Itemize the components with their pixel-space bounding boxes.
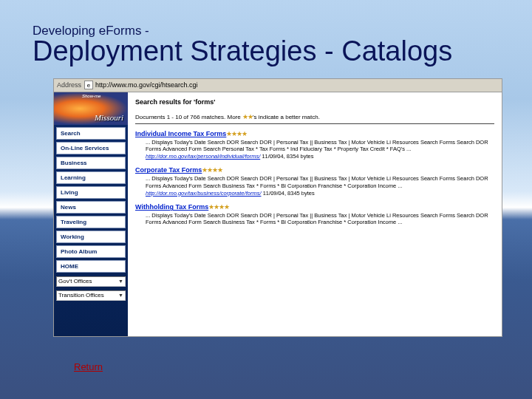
- state-logo: Show-me Missouri: [54, 92, 128, 125]
- search-results-header: Search results for 'forms': [135, 98, 494, 106]
- star-icon: ★★★★: [226, 130, 247, 137]
- nav-learning[interactable]: Learning: [56, 171, 126, 184]
- result-url-link[interactable]: http://dor.mo.gov/tax/personal/individua…: [135, 153, 260, 160]
- logo-caption: Show-me: [82, 94, 100, 98]
- result-meta: 11/09/04, 8345 bytes: [263, 190, 315, 197]
- result-description: ... Displays Today's Date Search DOR Sea…: [135, 139, 494, 154]
- result-title-link[interactable]: Withholding Tax Forms: [135, 203, 208, 211]
- divider: [135, 123, 494, 124]
- nav-photo-album[interactable]: Photo Album: [56, 245, 126, 258]
- address-label: Address: [57, 81, 81, 89]
- title-main: Deployment Strategies - Catalogs: [33, 37, 532, 66]
- slide-title-block: Developing eForms - Deployment Strategie…: [0, 0, 532, 74]
- count-suffix: 's indicate a better match.: [253, 114, 320, 120]
- result-1: Individual Income Tax Forms★★★★ ... Disp…: [135, 130, 494, 161]
- select-govt-offices[interactable]: Gov't Offices ▼: [56, 276, 126, 287]
- result-url-link[interactable]: http://dor.mo.gov/tax/business/corporate…: [135, 190, 261, 197]
- result-description: ... Displays Today's Date Search DOR Sea…: [135, 212, 494, 227]
- result-title-link[interactable]: Individual Income Tax Forms: [135, 130, 226, 137]
- chevron-down-icon: ▼: [118, 279, 123, 284]
- select-transition-offices[interactable]: Transition Offices ▼: [56, 290, 126, 301]
- result-3: Withholding Tax Forms★★★★ ... Displays T…: [135, 203, 494, 226]
- page-icon: e: [84, 81, 93, 89]
- select-label: Transition Offices: [58, 292, 104, 299]
- address-bar: Address e http://www.mo.gov/cgi/htsearch…: [54, 79, 502, 92]
- star-icon: ★★★★: [202, 166, 222, 174]
- logo-name: Missouri: [95, 113, 123, 122]
- nav-online-services[interactable]: On-Line Services: [56, 142, 126, 154]
- nav-working[interactable]: Working: [56, 231, 126, 243]
- nav-traveling[interactable]: Traveling: [56, 216, 126, 228]
- search-results-content: Search results for 'forms' Documents 1 -…: [128, 92, 502, 336]
- star-icon: ★★: [242, 113, 253, 120]
- sidebar: Show-me Missouri Search On-Line Services…: [54, 92, 128, 336]
- address-url: http://www.mo.gov/cgi/htsearch.cgi: [95, 81, 198, 89]
- nav-news[interactable]: News: [56, 201, 126, 214]
- browser-screenshot: Address e http://www.mo.gov/cgi/htsearch…: [53, 78, 502, 337]
- nav-living[interactable]: Living: [56, 186, 126, 199]
- result-2: Corporate Tax Forms★★★★ ... Displays Tod…: [135, 166, 494, 197]
- select-label: Gov't Offices: [58, 278, 92, 284]
- nav-home[interactable]: HOME: [56, 260, 126, 273]
- return-link[interactable]: Return: [74, 361, 103, 372]
- result-description: ... Displays Today's Date Search DOR Sea…: [135, 175, 494, 190]
- result-count: Documents 1 - 10 of 766 matches. More ★★…: [135, 113, 494, 120]
- chevron-down-icon: ▼: [118, 293, 123, 298]
- star-icon: ★★★★: [208, 203, 229, 211]
- result-meta: 11/09/04, 8354 bytes: [262, 153, 313, 160]
- result-title-link[interactable]: Corporate Tax Forms: [135, 166, 202, 174]
- browser-body: Show-me Missouri Search On-Line Services…: [54, 92, 502, 336]
- count-prefix: Documents 1 - 10 of 766 matches. More: [135, 114, 242, 120]
- nav-business[interactable]: Business: [56, 157, 126, 169]
- nav-search[interactable]: Search: [56, 127, 126, 140]
